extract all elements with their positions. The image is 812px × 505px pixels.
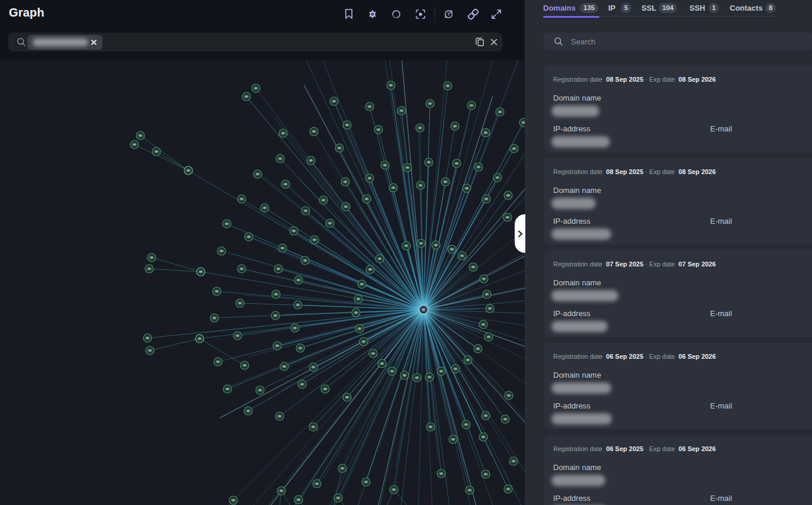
svg-text:?: ? bbox=[447, 11, 450, 17]
